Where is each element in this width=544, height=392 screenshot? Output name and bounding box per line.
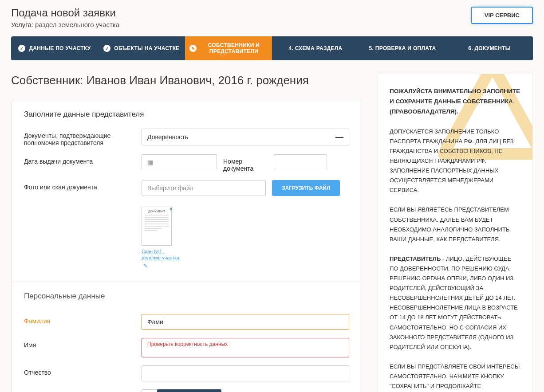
name-input[interactable]: Проверьте корректность данных bbox=[142, 338, 349, 357]
step-owners[interactable]: ✎ СОБСТВЕННИКИ И ПРЕДСТАВИТЕЛИ bbox=[185, 36, 272, 60]
sidebar-p2: ДОПУСКАЕТСЯ ЗАПОЛНЕНИЕ ТОЛЬКО ПАСПОРТА Г… bbox=[390, 127, 521, 196]
doc-number-label: Номер документа bbox=[223, 154, 268, 172]
step-documents[interactable]: 6. ДОКУМЕНТЫ bbox=[446, 36, 533, 60]
sidebar-p3: ЕСЛИ ВЫ ЯВЛЯЕТЕСЬ ПРЕДСТАВИТЕЛЕМ СОБСТВЕ… bbox=[390, 205, 521, 244]
personal-section-title: Персональные данные bbox=[24, 292, 349, 301]
page-title: Подача новой заявки bbox=[11, 7, 119, 19]
doc-type-select[interactable]: Доверенность — bbox=[142, 129, 349, 145]
surname-input[interactable]: Фами bbox=[142, 314, 349, 330]
edit-icon: ✎ bbox=[189, 45, 197, 52]
patronymic-label: Отчество bbox=[24, 365, 133, 376]
edit-icon[interactable]: ✎ bbox=[143, 263, 147, 268]
issue-date-label: Дата выдачи документа bbox=[24, 154, 133, 165]
step-payment[interactable]: 5. ПРОВЕРКА И ОПЛАТА bbox=[359, 36, 446, 60]
rep-section-title: Заполните данные представителя bbox=[24, 110, 349, 119]
name-label: Имя bbox=[24, 338, 133, 349]
minus-icon: — bbox=[335, 133, 343, 141]
issue-date-input[interactable]: ▦ bbox=[142, 154, 217, 170]
patronymic-input[interactable] bbox=[142, 365, 349, 381]
file-select-input[interactable]: Выберите файл bbox=[142, 180, 266, 196]
step-land-data[interactable]: ✓ ДАННЫЕ ПО УЧАСТКУ bbox=[11, 36, 98, 60]
info-sidebar: ПОЖАЛУЙСТА ВНИМАТЕЛЬНО ЗАПОЛНИТЕ И СОХРА… bbox=[378, 74, 533, 392]
owner-heading: Собственник: Иванов Иван Иванович, 2016 … bbox=[11, 74, 362, 87]
vip-service-button[interactable]: VIP СЕРВИС bbox=[471, 7, 533, 24]
step-scheme[interactable]: 4. СХЕМА РАЗДЕЛА bbox=[272, 36, 359, 60]
close-icon[interactable]: × bbox=[169, 206, 173, 212]
dob-label: Дата рождения bbox=[24, 389, 133, 392]
check-icon: ✓ bbox=[18, 45, 25, 52]
doc-type-label: Документы, подтверждающие полномочия пре… bbox=[24, 129, 133, 146]
sidebar-p5: ЕСЛИ ВЫ ПРЕДСТАВЛЯЕТЕ СВОИ ИНТЕРЕСЫ САМО… bbox=[390, 362, 521, 392]
scan-label: Фото или скан документа bbox=[24, 180, 133, 191]
surname-label: Фамилия bbox=[24, 314, 133, 325]
datepicker-header: ‹ Май 2019 › bbox=[157, 389, 221, 392]
thumbnail-caption-link[interactable]: Скан №1 - деление участка bbox=[142, 248, 181, 261]
step-objects[interactable]: ✓ ОБЪЕКТЫ НА УЧАСТКЕ bbox=[98, 36, 185, 60]
document-thumbnail[interactable]: × ДОКУМЕНТ bbox=[142, 207, 172, 246]
calendar-icon: ▦ bbox=[147, 159, 153, 166]
page-subtitle: Услуга: раздел земельного участка bbox=[11, 21, 119, 28]
check-icon: ✓ bbox=[103, 45, 110, 52]
upload-file-button[interactable]: ЗАГРУЗИТЬ ФАЙЛ bbox=[272, 180, 340, 196]
sidebar-lead: ПОЖАЛУЙСТА ВНИМАТЕЛЬНО ЗАПОЛНИТЕ И СОХРА… bbox=[390, 86, 521, 117]
name-error-text: Проверьте корректность данных bbox=[147, 341, 228, 347]
form-card: Заполните данные представителя Документы… bbox=[11, 100, 362, 392]
stepper: ✓ ДАННЫЕ ПО УЧАСТКУ ✓ ОБЪЕКТЫ НА УЧАСТКЕ… bbox=[11, 36, 533, 60]
doc-number-input[interactable] bbox=[274, 154, 327, 170]
sidebar-p4: ПРЕДСТАВИТЕЛЬ - ЛИЦО, ДЕЙСТВУЮЩЕЕ ПО ДОВ… bbox=[390, 254, 521, 352]
